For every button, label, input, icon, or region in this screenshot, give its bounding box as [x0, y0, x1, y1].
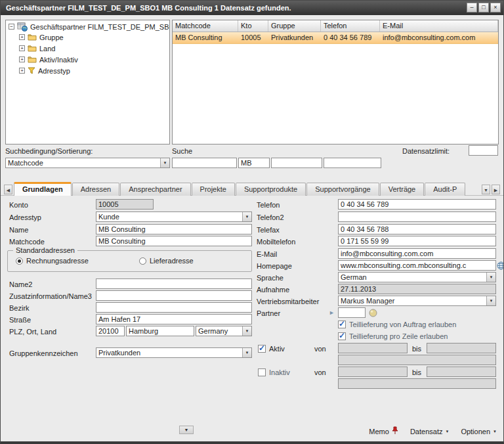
aktiv-label: Aktiv [269, 345, 285, 353]
rechnungsadresse-radio[interactable] [16, 257, 23, 265]
tab-scroll-left-icon[interactable]: ◀ [4, 185, 12, 194]
zusatzinformation-field[interactable] [96, 290, 252, 301]
search-input-matchcode[interactable] [172, 158, 237, 168]
tree-root[interactable]: − Geschäftspartner FILM_TEST_DE_PM_SBO1 [6, 20, 169, 32]
homepage-field[interactable] [338, 260, 496, 271]
expand-expander-icon[interactable]: + [19, 34, 25, 40]
partner-ball-icon[interactable] [369, 308, 377, 320]
bezirk-field[interactable] [96, 302, 252, 313]
teillieferung-zeile-checkbox[interactable] [338, 332, 346, 340]
chevron-down-icon[interactable]: ▼ [486, 273, 495, 282]
tab-projekte[interactable]: Projekte [192, 183, 235, 196]
tree-item-gruppe[interactable]: + Gruppe [16, 32, 169, 43]
optionen-label: Optionen [461, 428, 490, 435]
tree-item-aktiv-inaktiv[interactable]: + Aktiv/Inaktiv [16, 54, 169, 65]
datensatz-menu[interactable]: Datensatz ▼ [410, 428, 449, 435]
aktiv-checkbox[interactable] [258, 345, 266, 353]
ort-field[interactable] [126, 326, 194, 336]
chevron-down-icon[interactable]: ▼ [242, 326, 251, 336]
partner-field[interactable] [338, 307, 366, 318]
column-header-email[interactable]: E-Mail [380, 20, 498, 32]
adresstyp-select[interactable]: Kunde ▼ [96, 211, 252, 222]
konto-field[interactable] [96, 199, 154, 210]
telefon2-field[interactable] [338, 211, 496, 222]
expand-expander-icon[interactable]: + [19, 68, 25, 74]
name-label: Name [9, 226, 28, 234]
cell-kto: 10005 [238, 32, 268, 43]
sort-select-value: Matchcode [8, 159, 159, 167]
minimize-icon[interactable]: – [467, 3, 477, 12]
tab-supportprodukte[interactable]: Supportprodukte [236, 183, 306, 196]
tab-list-dropdown-icon[interactable]: ▼ [482, 185, 490, 194]
teillieferung-zeile-label: Teillieferung pro Zeile erlauben [349, 332, 448, 340]
search-input-kto[interactable] [238, 158, 270, 168]
strasse-field[interactable] [96, 314, 252, 324]
inaktiv-von-field[interactable] [338, 366, 408, 377]
aktiv-von-field[interactable] [338, 343, 408, 353]
column-header-telefon[interactable]: Telefon [321, 20, 380, 32]
link-arrow-icon[interactable]: ► [329, 309, 335, 316]
inaktiv-bis-field[interactable] [427, 366, 496, 377]
gruppenkennzeichen-label: Gruppenkennzeichen [9, 349, 78, 357]
gruppenkennzeichen-select[interactable]: Privatkunden ▼ [96, 347, 252, 358]
aktiv-bis-field[interactable] [427, 343, 496, 353]
vertriebsmitarbeiter-select[interactable]: Markus Manager ▼ [338, 296, 496, 306]
tab-vertraege[interactable]: Verträge [380, 183, 425, 196]
collapse-panel-icon[interactable]: ▼ [179, 426, 194, 434]
column-header-gruppe[interactable]: Gruppe [268, 20, 321, 32]
teillieferung-auftrag-checkbox[interactable] [338, 321, 346, 328]
aktiv-bemerkung-field[interactable] [338, 355, 496, 365]
tab-audit[interactable]: Audit-P [425, 183, 465, 196]
telefon-field[interactable] [338, 199, 496, 210]
table-row[interactable]: MB Consulting 10005 Privatkunden 0 40 34… [173, 32, 498, 44]
lieferadresse-radio[interactable] [139, 257, 146, 265]
close-icon[interactable]: × [490, 3, 501, 12]
record-limit-input[interactable] [469, 145, 498, 156]
name2-field[interactable] [96, 278, 252, 289]
chevron-down-icon[interactable]: ▼ [160, 158, 169, 167]
name-field[interactable] [96, 224, 252, 234]
sprache-select[interactable]: German ▼ [338, 272, 496, 282]
globe-icon[interactable] [497, 261, 504, 273]
chevron-down-icon[interactable]: ▼ [242, 212, 251, 221]
tree-item-adresstyp[interactable]: + Adresstyp [16, 65, 169, 76]
optionen-menu[interactable]: Optionen ▼ [461, 428, 497, 435]
folder-icon [28, 56, 37, 63]
business-partner-icon [17, 22, 28, 32]
search-input-gruppe[interactable] [271, 158, 322, 168]
expand-expander-icon[interactable]: + [19, 56, 25, 62]
title-bar[interactable]: Geschäftspartner FILM_TEST_DE_PM_SBO1 MB… [1, 1, 503, 15]
land-select[interactable]: Germany ▼ [196, 326, 252, 336]
aktiv-bis-label: bis [412, 345, 421, 353]
inaktiv-bemerkung-field[interactable] [338, 378, 496, 389]
plz-field[interactable] [96, 326, 125, 336]
chevron-down-icon[interactable]: ▼ [486, 296, 495, 305]
aufnahme-field[interactable] [338, 284, 496, 294]
inaktiv-checkbox[interactable] [258, 368, 266, 376]
expand-expander-icon[interactable]: + [19, 45, 25, 51]
search-input-telefon[interactable] [324, 158, 381, 168]
mobiltelefon-field[interactable] [338, 236, 496, 246]
email-field[interactable] [338, 248, 496, 259]
collapse-expander-icon[interactable]: − [9, 24, 14, 30]
pin-icon [392, 426, 398, 436]
record-limit-label: Datensatzlimit: [402, 147, 450, 155]
tab-scroll-right-icon[interactable]: ▶ [492, 185, 500, 194]
homepage-label: Homepage [257, 262, 292, 270]
restore-icon[interactable]: □ [478, 3, 489, 12]
tab-supportvorgaenge[interactable]: Supportvorgänge [306, 183, 379, 196]
memo-button[interactable]: Memo [369, 426, 398, 436]
chevron-down-icon[interactable]: ▼ [242, 348, 251, 357]
tree-item-land[interactable]: + Land [16, 43, 169, 54]
tab-grundlagen[interactable]: Grundlagen [14, 182, 72, 196]
sort-select[interactable]: Matchcode ▼ [5, 158, 170, 168]
memo-label: Memo [369, 428, 389, 435]
tab-ansprechpartner[interactable]: Ansprechpartner [120, 183, 190, 196]
telefax-field[interactable] [338, 224, 496, 234]
adresstyp-label: Adresstyp [9, 213, 41, 221]
matchcode-field[interactable] [96, 236, 252, 246]
matchcode-label: Matchcode [9, 238, 45, 246]
column-header-matchcode[interactable]: Matchcode [173, 20, 238, 32]
column-header-kto[interactable]: Kto [238, 20, 268, 32]
tab-adressen[interactable]: Adressen [72, 183, 119, 196]
